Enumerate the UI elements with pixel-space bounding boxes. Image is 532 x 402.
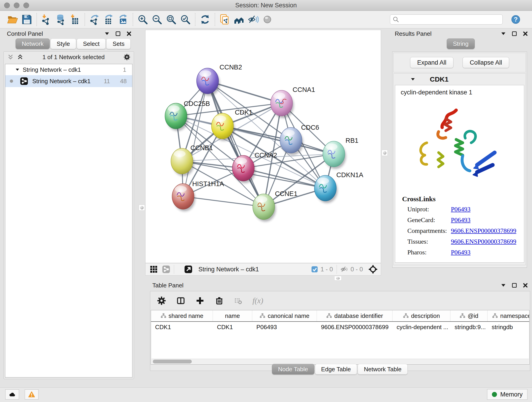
tab-style[interactable]: Style [51, 38, 76, 49]
gene-section-header[interactable]: CDK1 [394, 74, 526, 85]
network-edge-CCNB2-CCNE1[interactable] [208, 81, 264, 207]
tab-edge-table[interactable]: Edge Table [315, 364, 357, 375]
export-table-to-file-button[interactable] [102, 12, 116, 27]
table-options-gear-icon[interactable] [157, 296, 166, 305]
crosslink-link[interactable]: P06493 [451, 216, 471, 224]
column-header-namespace[interactable]: namespace [488, 310, 530, 321]
network-node-CCNA2[interactable] [232, 155, 255, 183]
tab-network-table[interactable]: Network Table [358, 364, 408, 375]
tab-select[interactable]: Select [77, 38, 106, 49]
zoom-in-button[interactable] [136, 12, 150, 27]
network-collection-row[interactable]: String Network – cdk1 1 [5, 64, 132, 75]
delete-column-icon[interactable] [215, 296, 224, 305]
splitter-grip[interactable] [334, 276, 342, 281]
network-node-CDC25B[interactable] [165, 103, 188, 131]
import-network-from-file-button[interactable] [39, 12, 54, 27]
panel-float-icon[interactable] [511, 282, 517, 288]
network-node-CDKN1A[interactable] [314, 175, 337, 203]
export-network-to-file-button[interactable] [88, 12, 102, 27]
panel-close-icon[interactable] [522, 282, 528, 288]
panel-float-icon[interactable] [115, 31, 121, 37]
column-header-description[interactable]: description [393, 310, 450, 321]
zoom-fit-content-button[interactable] [164, 12, 178, 27]
clone-network-button[interactable] [218, 12, 232, 27]
network-node-CCNB1[interactable] [171, 148, 194, 176]
help-button[interactable] [510, 14, 521, 25]
network-edge-CCNB2-HIST1H1A[interactable] [183, 81, 208, 196]
crosslink-link[interactable]: 9606.ENSP00000378699 [451, 238, 516, 245]
network-node-CCNE1[interactable] [253, 194, 276, 222]
selected-checkbox-icon[interactable] [311, 266, 318, 273]
panel-menu-icon[interactable] [500, 282, 506, 288]
import-table-from-file-button[interactable] [68, 12, 82, 27]
collapse-all-button[interactable]: Collapse All [462, 57, 509, 68]
birdseye-grid-button[interactable] [150, 265, 158, 274]
crosslink-link[interactable]: P06493 [451, 249, 471, 256]
export-image-button[interactable] [116, 12, 130, 27]
add-column-icon[interactable] [196, 296, 204, 305]
panel-close-icon[interactable] [522, 31, 528, 37]
network-node-CDC6[interactable] [280, 128, 303, 155]
network-graph[interactable]: CCNB2CCNA1CDC25BCDK1CDC6RB1CCNB1CCNA2CDK… [146, 30, 381, 263]
column-header-name[interactable]: name [213, 310, 252, 321]
tab-string[interactable]: String [447, 38, 475, 49]
column-header-@id[interactable]: @id [450, 310, 488, 321]
title-bar[interactable]: Session: New Session [0, 0, 532, 11]
network-node-CCNA1[interactable] [271, 90, 294, 118]
zoom-window-button[interactable] [23, 2, 29, 8]
minimize-window-button[interactable] [14, 2, 19, 8]
network-node-CDK1[interactable] [211, 113, 234, 141]
memory-button[interactable]: Memory [487, 389, 527, 400]
crosslink-link[interactable]: 9606.ENSP00000378699 [451, 227, 516, 235]
gene-caret-icon[interactable] [410, 77, 416, 82]
expand-all-button[interactable]: Expand All [410, 57, 454, 68]
save-session-button[interactable] [20, 12, 34, 27]
table-row[interactable]: CDK1CDK1P064939606.ENSP00000378699cyclin… [151, 322, 529, 332]
table-cell[interactable]: CDK1 [151, 324, 213, 331]
close-window-button[interactable] [4, 2, 10, 8]
string-style-button[interactable] [162, 265, 170, 274]
tab-network[interactable]: Network [16, 38, 50, 49]
network-node-RB1[interactable] [323, 141, 346, 169]
table-cell[interactable]: stringdb:9... [450, 324, 488, 331]
column-header-database-identifier[interactable]: database identifier [317, 310, 393, 321]
splitter-grip[interactable] [139, 205, 145, 211]
show-columns-icon[interactable] [177, 296, 185, 305]
refresh-button[interactable] [198, 12, 212, 27]
panel-float-icon[interactable] [511, 31, 517, 37]
search-input[interactable] [399, 15, 502, 24]
collapse-all-networks-icon[interactable] [7, 54, 14, 60]
open-session-button[interactable] [6, 12, 20, 27]
cloud-status-button[interactable] [5, 389, 19, 400]
panel-menu-icon[interactable] [104, 31, 110, 37]
hidden-eye-slash-icon[interactable] [341, 265, 348, 273]
zoom-selected-button[interactable] [178, 12, 192, 27]
expand-all-networks-icon[interactable] [17, 54, 23, 60]
column-header-shared-name[interactable]: shared name [151, 310, 213, 321]
function-builder-button[interactable]: f(x) [253, 296, 263, 305]
panel-menu-icon[interactable] [500, 31, 506, 37]
splitter-grip[interactable] [382, 150, 388, 156]
crosslink-link[interactable]: P06493 [451, 206, 471, 213]
first-neighbors-button[interactable] [232, 12, 246, 27]
table-cell[interactable]: 9606.ENSP00000378699 [317, 324, 393, 331]
network-node-HIST1H1A[interactable] [172, 184, 195, 211]
search-box[interactable] [390, 14, 503, 25]
zoom-out-button[interactable] [150, 12, 164, 27]
open-in-window-button[interactable] [184, 265, 192, 274]
network-canvas[interactable]: CCNB2CCNA1CDC25BCDK1CDC6RB1CCNB1CCNA2CDK… [145, 30, 381, 263]
table-cell[interactable]: CDK1 [213, 324, 252, 331]
hide-selected-button[interactable] [246, 12, 260, 27]
collection-caret-icon[interactable] [15, 67, 20, 72]
warnings-button[interactable] [25, 389, 38, 400]
column-header-canonical-name[interactable]: canonical name [252, 310, 317, 321]
table-cell[interactable]: stringdb [488, 324, 530, 331]
import-network-from-database-button[interactable] [54, 12, 68, 27]
network-row-selected[interactable]: String Network – cdk1 11 48 [5, 75, 132, 87]
tab-node-table[interactable]: Node Table [272, 364, 314, 375]
table-cell[interactable]: P06493 [252, 324, 317, 331]
scrollbar-thumb[interactable] [153, 360, 192, 364]
table-cell[interactable]: cyclin-dependent ... [393, 324, 450, 331]
tab-sets[interactable]: Sets [106, 38, 131, 49]
network-node-CCNB2[interactable] [196, 68, 220, 96]
